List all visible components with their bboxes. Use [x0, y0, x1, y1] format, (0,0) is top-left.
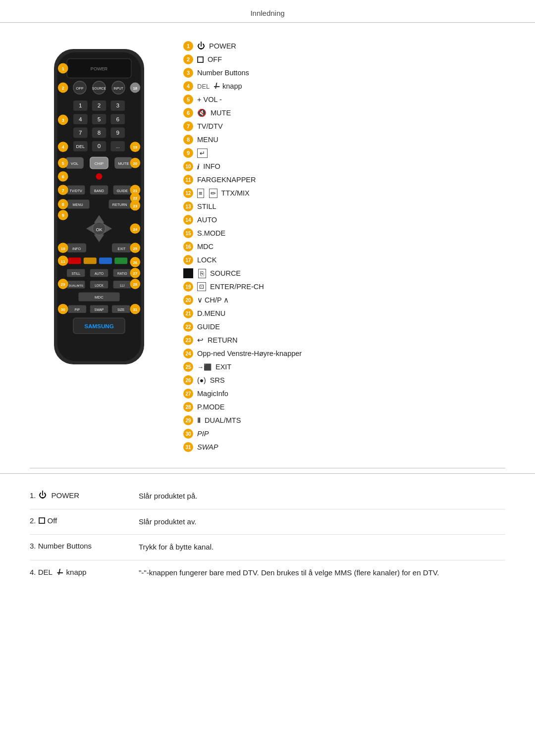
- legend-item-6: 6 🔇 MUTE: [183, 107, 505, 119]
- svg-text:4: 4: [62, 145, 64, 150]
- badge-12: 12: [183, 188, 193, 198]
- legend-label-1: POWER: [209, 42, 236, 50]
- bottom-item-1: 1. ⏻ 1. POWER POWER Slår produktet på.: [30, 484, 505, 509]
- legend-item-29: 29 Ⅱ DUAL/MTS: [183, 414, 505, 426]
- legend-item-7: 7 TV/DTV: [183, 120, 505, 132]
- legend-item-22: 22 GUIDE: [183, 321, 505, 333]
- legend-item-4: 4 DEL -/-- knapp: [183, 80, 505, 92]
- svg-text:24: 24: [133, 227, 137, 232]
- svg-text:SAMSUNG: SAMSUNG: [84, 323, 114, 329]
- badge-17: 17: [183, 255, 193, 265]
- bottom-item-4: 4. DEL -/-- knapp "-"-knappen fungerer b…: [30, 560, 505, 586]
- svg-point-40: [96, 173, 103, 180]
- bottom-item-3: 3. Number Buttons Trykk for å bytte kana…: [30, 535, 505, 560]
- badge-29: 29: [183, 415, 193, 425]
- svg-text:21: 21: [133, 189, 137, 193]
- legend-label-7: TV/DTV: [197, 122, 223, 130]
- badge-16: 16: [183, 242, 193, 252]
- legend-label-25: EXIT: [215, 363, 231, 371]
- legend-label-8: MENU: [197, 136, 218, 144]
- badge-25: 25: [183, 362, 193, 372]
- legend-item-3: 3 Number Buttons: [183, 67, 505, 79]
- ttx-icon2: ✏: [209, 189, 217, 198]
- svg-text:DEL: DEL: [76, 144, 85, 149]
- bottom-num-4: 4. DEL: [30, 568, 53, 576]
- legend-label-27: MagicInfo: [197, 390, 228, 398]
- badge-22: 22: [183, 322, 193, 332]
- legend-label-31: SWAP: [197, 443, 218, 451]
- svg-rect-64: [114, 257, 127, 264]
- legend-label-18: SOURCE: [210, 269, 241, 277]
- svg-text:9: 9: [116, 129, 119, 136]
- bottom-label-1: 1. ⏻ 1. POWER POWER: [30, 491, 129, 500]
- bottom-desc-4: "-"-knappen fungerer bare med DTV. Den b…: [139, 567, 505, 579]
- source-black-badge: [183, 268, 193, 278]
- legend-item-1: 1 ⏻ POWER: [183, 40, 505, 52]
- legend-label-12: TTX/MIX: [221, 189, 250, 197]
- svg-text:OK: OK: [96, 227, 102, 232]
- legend-label-20: ∨ CH/P ∧: [197, 296, 229, 304]
- svg-text:28: 28: [133, 282, 137, 287]
- svg-text:POWER: POWER: [91, 66, 108, 71]
- legend-item-14: 14 AUTO: [183, 214, 505, 226]
- badge-3: 3: [183, 68, 193, 78]
- legend-label-21: D.MENU: [197, 309, 225, 317]
- legend-item-26: 26 (●) SRS: [183, 374, 505, 386]
- svg-text:6: 6: [116, 116, 119, 122]
- return-icon: ↩: [197, 336, 204, 345]
- badge-23: 23: [183, 335, 193, 345]
- legend-item-18: ⎘ SOURCE: [183, 267, 505, 279]
- badge-2: 2: [183, 54, 193, 64]
- source-icon: ⎘: [198, 269, 206, 278]
- badge-27: 27: [183, 389, 193, 399]
- badge-24: 24: [183, 349, 193, 358]
- svg-text:3: 3: [62, 118, 64, 123]
- legend-label-23: RETURN: [208, 336, 237, 344]
- legend-label-3: Number Buttons: [197, 69, 249, 77]
- svg-text:2: 2: [98, 102, 101, 108]
- badge-5: 5: [183, 95, 193, 104]
- legend-item-11: 11 FARGEKNAPPER: [183, 174, 505, 186]
- svg-text:25: 25: [133, 247, 137, 251]
- bottom-desc-2: Slår produktet av.: [139, 516, 505, 528]
- bottom-label-3: 3. Number Buttons: [30, 542, 129, 550]
- badge-14: 14: [183, 215, 193, 225]
- legend-item-16: 16 MDC: [183, 241, 505, 252]
- legend-area: 1 ⏻ POWER 2 OFF 3 Number Buttons 4 DEL -…: [183, 38, 505, 453]
- svg-text:31: 31: [133, 307, 137, 312]
- badge-6: 6: [183, 108, 193, 118]
- svg-text:7: 7: [62, 188, 64, 193]
- ttx-icon: ≡: [197, 189, 204, 198]
- svg-text:7: 7: [79, 129, 82, 136]
- remote-control-image: POWER OFF SOURCE INPUT 1 2 3 4 5 6: [35, 43, 163, 377]
- bottom-desc-3: Trykk for å bytte kanal.: [139, 542, 505, 553]
- svg-text:LOCK: LOCK: [95, 284, 104, 287]
- dual-icon: Ⅱ: [197, 416, 201, 424]
- svg-text:INFO: INFO: [72, 247, 81, 251]
- legend-item-15: 15 S.MODE: [183, 227, 505, 239]
- legend-item-20: 20 ∨ CH/P ∧: [183, 294, 505, 306]
- svg-text:8: 8: [62, 202, 64, 207]
- badge-7: 7: [183, 121, 193, 131]
- svg-rect-62: [84, 257, 97, 264]
- badge-20: 20: [183, 295, 193, 305]
- legend-label-16: MDC: [197, 243, 214, 251]
- svg-text:8: 8: [98, 129, 101, 136]
- legend-label-13: STILL: [197, 202, 216, 210]
- header-title: Innledning: [250, 9, 284, 17]
- svg-text:9: 9: [62, 213, 64, 218]
- legend-label-6: MUTE: [211, 109, 231, 117]
- legend-label-26: SRS: [210, 376, 225, 384]
- legend-item-21: 21 D.MENU: [183, 307, 505, 319]
- legend-item-23: 23 ↩ RETURN: [183, 334, 505, 346]
- svg-text:BAND: BAND: [94, 189, 104, 193]
- legend-label-11: FARGEKNAPPER: [197, 176, 256, 184]
- legend-item-25: 25 →⬛ EXIT: [183, 361, 505, 373]
- legend-label-30: PIP: [197, 430, 209, 438]
- badge-10: 10: [183, 161, 193, 171]
- svg-text:...: ...: [116, 144, 120, 149]
- legend-item-10: 10 i INFO: [183, 160, 505, 172]
- badge-26: 26: [183, 375, 193, 385]
- svg-text:18: 18: [133, 86, 137, 91]
- svg-text:23: 23: [133, 204, 137, 208]
